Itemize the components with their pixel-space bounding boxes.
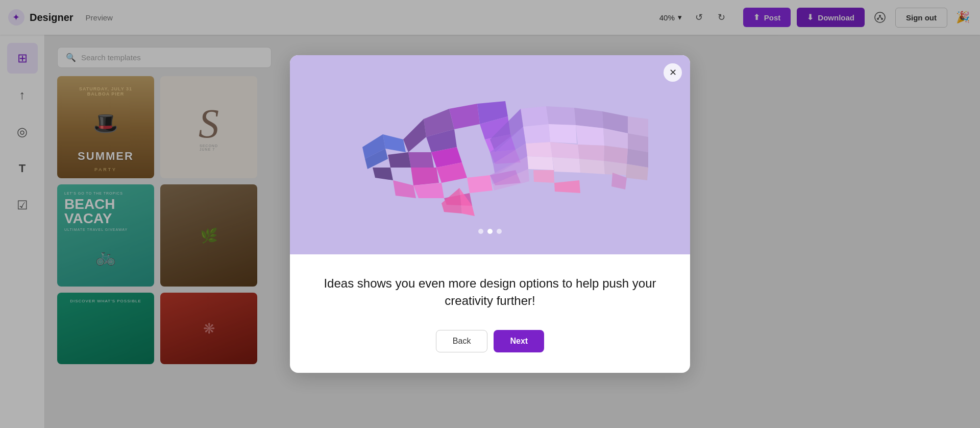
modal-dots xyxy=(290,229,690,234)
svg-marker-43 xyxy=(604,146,628,164)
svg-marker-47 xyxy=(527,156,554,170)
svg-marker-37 xyxy=(549,124,577,144)
svg-marker-53 xyxy=(554,180,580,193)
modal-overlay: ✕ xyxy=(0,0,980,428)
modal-close-button[interactable]: ✕ xyxy=(664,63,682,82)
next-button[interactable]: Next xyxy=(494,330,544,352)
svg-marker-52 xyxy=(533,170,554,183)
dot-3 xyxy=(497,229,502,234)
svg-marker-33 xyxy=(546,106,576,125)
svg-marker-29 xyxy=(442,188,462,213)
modal-image-section: ✕ xyxy=(290,55,690,254)
svg-marker-40 xyxy=(628,116,648,137)
tutorial-modal: ✕ xyxy=(290,55,690,372)
modal-buttons: Back Next xyxy=(314,330,666,352)
svg-marker-18 xyxy=(393,180,416,198)
svg-marker-17 xyxy=(373,168,393,180)
svg-marker-36 xyxy=(523,124,550,144)
svg-marker-46 xyxy=(526,142,552,157)
svg-marker-44 xyxy=(578,145,604,161)
svg-marker-16 xyxy=(388,152,411,168)
modal-content: Ideas shows you even more design options… xyxy=(290,254,690,372)
svg-marker-22 xyxy=(383,134,406,152)
svg-marker-14 xyxy=(411,168,439,185)
svg-marker-38 xyxy=(576,125,604,146)
modal-title: Ideas shows you even more design options… xyxy=(314,275,666,309)
svg-marker-48 xyxy=(552,157,580,173)
svg-marker-49 xyxy=(579,159,605,174)
svg-marker-45 xyxy=(550,142,579,159)
svg-marker-54 xyxy=(611,173,627,189)
svg-marker-32 xyxy=(521,106,549,127)
svg-marker-9 xyxy=(449,104,480,129)
svg-marker-12 xyxy=(408,152,434,168)
svg-marker-19 xyxy=(413,183,444,198)
modal-graphic xyxy=(332,68,648,242)
svg-marker-10 xyxy=(403,119,426,152)
dot-2 xyxy=(487,229,493,234)
dot-1 xyxy=(478,229,483,234)
back-button[interactable]: Back xyxy=(436,330,488,352)
svg-marker-34 xyxy=(574,108,603,128)
svg-marker-20 xyxy=(467,175,493,193)
